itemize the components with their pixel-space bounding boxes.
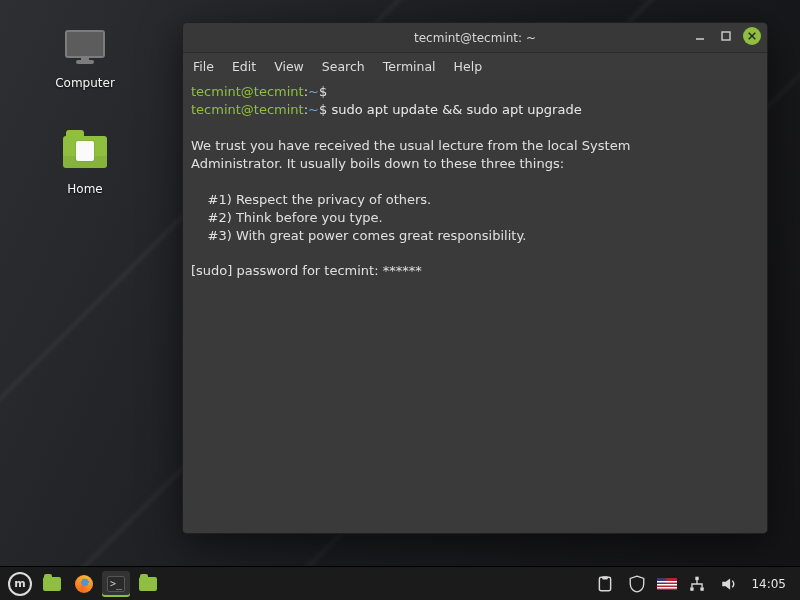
desktop-icon-computer[interactable]: Computer xyxy=(40,30,130,90)
prompt-path: ~ xyxy=(308,102,319,117)
firefox-launcher[interactable] xyxy=(70,571,98,597)
mint-logo-icon: ⅿ xyxy=(8,572,32,596)
home-folder-icon xyxy=(61,136,109,176)
firefox-icon xyxy=(75,575,93,593)
speaker-icon xyxy=(720,575,738,593)
sound-indicator[interactable] xyxy=(715,571,743,597)
terminal-line: #3) With great power comes great respons… xyxy=(191,227,759,245)
network-icon xyxy=(688,575,706,593)
terminal-line: We trust you have received the usual lec… xyxy=(191,137,759,155)
terminal-line: #1) Respect the privacy of others. xyxy=(191,191,759,209)
keyboard-layout-indicator[interactable] xyxy=(655,571,679,597)
menu-help[interactable]: Help xyxy=(454,59,483,74)
files-taskbar-item[interactable] xyxy=(134,571,162,597)
menu-edit[interactable]: Edit xyxy=(232,59,256,74)
terminal-line: Administrator. It usually boils down to … xyxy=(191,155,759,173)
us-flag-icon xyxy=(657,578,677,590)
folder-icon xyxy=(139,577,157,591)
panel: ⅿ >_ 14:05 xyxy=(0,566,800,600)
network-indicator[interactable] xyxy=(683,571,711,597)
menubar: File Edit View Search Terminal Help xyxy=(183,53,767,79)
terminal-icon: >_ xyxy=(107,576,125,592)
desktop-icon-home[interactable]: Home xyxy=(40,132,130,196)
window-title: tecmint@tecmint: ~ xyxy=(414,31,536,45)
svg-rect-8 xyxy=(701,587,704,590)
panel-clock[interactable]: 14:05 xyxy=(751,577,786,591)
files-launcher[interactable] xyxy=(38,571,66,597)
close-button[interactable] xyxy=(743,27,761,45)
shield-icon xyxy=(628,575,646,593)
menu-file[interactable]: File xyxy=(193,59,214,74)
svg-rect-6 xyxy=(696,576,699,579)
menu-search[interactable]: Search xyxy=(322,59,365,74)
folder-icon xyxy=(43,577,61,591)
clipboard-icon xyxy=(596,575,614,593)
svg-rect-7 xyxy=(691,587,694,590)
svg-rect-1 xyxy=(722,32,730,40)
desktop-icon-label: Home xyxy=(40,182,130,196)
minimize-button[interactable] xyxy=(691,27,709,45)
menu-view[interactable]: View xyxy=(274,59,304,74)
clipboard-indicator[interactable] xyxy=(591,571,619,597)
prompt-userhost: tecmint@tecmint xyxy=(191,102,304,117)
terminal-output[interactable]: tecmint@tecmint:~$ tecmint@tecmint:~$ su… xyxy=(183,79,767,533)
window-titlebar[interactable]: tecmint@tecmint: ~ xyxy=(183,23,767,53)
prompt-userhost: tecmint@tecmint xyxy=(191,84,304,99)
terminal-window[interactable]: tecmint@tecmint: ~ File Edit View Search… xyxy=(182,22,768,534)
command-text: sudo apt update && sudo apt upgrade xyxy=(331,102,581,117)
terminal-taskbar-item[interactable]: >_ xyxy=(102,571,130,597)
computer-icon xyxy=(61,30,109,70)
menu-button[interactable]: ⅿ xyxy=(6,571,34,597)
terminal-line: #2) Think before you type. xyxy=(191,209,759,227)
desktop-icon-label: Computer xyxy=(40,76,130,90)
update-manager-indicator[interactable] xyxy=(623,571,651,597)
prompt-path: ~ xyxy=(308,84,319,99)
svg-rect-5 xyxy=(603,576,609,579)
maximize-button[interactable] xyxy=(717,27,735,45)
terminal-line: [sudo] password for tecmint: ****** xyxy=(191,262,759,280)
menu-terminal[interactable]: Terminal xyxy=(383,59,436,74)
